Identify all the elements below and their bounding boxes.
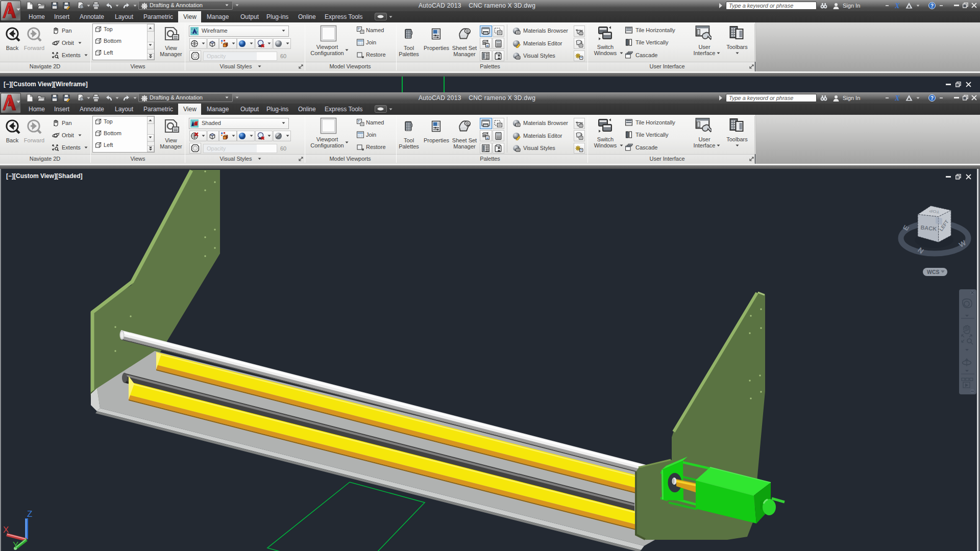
svg-text:X: X [3,525,9,535]
svg-text:Z: Z [27,509,32,519]
svg-text:?: ? [930,3,934,9]
svg-text:Y: Y [13,540,18,550]
svg-text:X: X [894,94,900,102]
svg-text:?: ? [930,95,934,101]
svg-text:X: X [894,2,900,10]
svg-text:WCS: WCS [927,269,940,275]
